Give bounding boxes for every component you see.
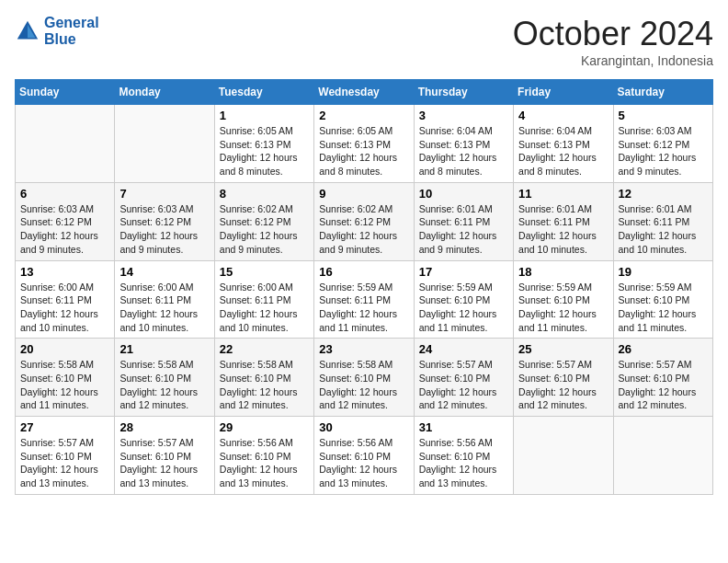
day-number: 24 (419, 342, 508, 356)
calendar-cell: 25Sunrise: 5:57 AM Sunset: 6:10 PM Dayli… (514, 339, 613, 417)
header-day-tuesday: Tuesday (214, 80, 313, 105)
day-info: Sunrise: 5:59 AM Sunset: 6:10 PM Dayligh… (619, 281, 708, 335)
calendar-cell (16, 105, 115, 183)
day-info: Sunrise: 6:03 AM Sunset: 6:12 PM Dayligh… (20, 202, 109, 257)
calendar-cell: 13Sunrise: 6:00 AM Sunset: 6:11 PM Dayli… (16, 260, 115, 339)
day-number: 14 (119, 265, 209, 279)
day-number: 30 (319, 420, 408, 434)
day-info: Sunrise: 5:57 AM Sunset: 6:10 PM Dayligh… (518, 358, 608, 412)
day-number: 10 (419, 187, 508, 201)
day-info: Sunrise: 6:01 AM Sunset: 6:11 PM Dayligh… (419, 202, 508, 257)
calendar-cell: 24Sunrise: 5:57 AM Sunset: 6:10 PM Dayli… (414, 339, 513, 417)
day-number: 20 (20, 342, 109, 356)
day-number: 17 (419, 265, 508, 279)
calendar-cell: 17Sunrise: 5:59 AM Sunset: 6:10 PM Dayli… (414, 260, 513, 339)
day-info: Sunrise: 5:56 AM Sunset: 6:10 PM Dayligh… (419, 436, 508, 490)
day-info: Sunrise: 5:59 AM Sunset: 6:10 PM Dayligh… (419, 281, 508, 335)
day-info: Sunrise: 5:57 AM Sunset: 6:10 PM Dayligh… (20, 436, 109, 490)
day-info: Sunrise: 6:04 AM Sunset: 6:13 PM Dayligh… (518, 124, 608, 178)
calendar-week-4: 20Sunrise: 5:58 AM Sunset: 6:10 PM Dayli… (16, 339, 713, 417)
calendar-cell: 20Sunrise: 5:58 AM Sunset: 6:10 PM Dayli… (16, 339, 115, 417)
logo-blue: Blue (44, 31, 99, 48)
day-number: 2 (319, 109, 408, 122)
day-number: 27 (20, 420, 109, 434)
day-number: 19 (619, 265, 708, 279)
calendar-cell: 19Sunrise: 5:59 AM Sunset: 6:10 PM Dayli… (613, 260, 712, 339)
day-number: 9 (319, 187, 408, 201)
day-info: Sunrise: 6:03 AM Sunset: 6:12 PM Dayligh… (619, 124, 708, 178)
calendar-cell: 9Sunrise: 6:02 AM Sunset: 6:12 PM Daylig… (314, 182, 414, 260)
day-number: 31 (419, 420, 508, 434)
day-info: Sunrise: 5:57 AM Sunset: 6:10 PM Dayligh… (119, 436, 209, 490)
day-number: 7 (119, 187, 209, 201)
calendar-cell (115, 105, 214, 183)
day-number: 29 (220, 420, 309, 434)
day-info: Sunrise: 5:56 AM Sunset: 6:10 PM Dayligh… (319, 436, 408, 490)
month-title: October 2024 (513, 15, 713, 53)
day-number: 8 (220, 187, 309, 201)
calendar-week-1: 1Sunrise: 6:05 AM Sunset: 6:13 PM Daylig… (16, 105, 713, 183)
location-subtitle: Karangintan, Indonesia (513, 53, 713, 68)
day-number: 3 (419, 109, 508, 122)
calendar-cell: 2Sunrise: 6:05 AM Sunset: 6:13 PM Daylig… (314, 105, 414, 183)
calendar-cell: 4Sunrise: 6:04 AM Sunset: 6:13 PM Daylig… (514, 105, 613, 183)
day-info: Sunrise: 5:58 AM Sunset: 6:10 PM Dayligh… (220, 358, 309, 412)
day-info: Sunrise: 6:02 AM Sunset: 6:12 PM Dayligh… (220, 202, 309, 257)
day-info: Sunrise: 5:59 AM Sunset: 6:11 PM Dayligh… (319, 281, 408, 335)
calendar-cell: 5Sunrise: 6:03 AM Sunset: 6:12 PM Daylig… (613, 105, 712, 183)
calendar-table: SundayMondayTuesdayWednesdayThursdayFrid… (15, 79, 713, 495)
calendar-cell: 18Sunrise: 5:59 AM Sunset: 6:10 PM Dayli… (514, 260, 613, 339)
day-info: Sunrise: 6:00 AM Sunset: 6:11 PM Dayligh… (220, 281, 309, 335)
day-number: 26 (619, 342, 708, 356)
calendar-cell (514, 417, 613, 495)
day-info: Sunrise: 5:57 AM Sunset: 6:10 PM Dayligh… (419, 358, 508, 412)
calendar-cell: 12Sunrise: 6:01 AM Sunset: 6:11 PM Dayli… (613, 182, 712, 260)
day-info: Sunrise: 6:05 AM Sunset: 6:13 PM Dayligh… (319, 124, 408, 178)
header-day-friday: Friday (514, 80, 613, 105)
day-number: 13 (20, 265, 109, 279)
day-number: 12 (619, 187, 708, 201)
calendar-cell: 29Sunrise: 5:56 AM Sunset: 6:10 PM Dayli… (214, 417, 313, 495)
day-info: Sunrise: 6:05 AM Sunset: 6:13 PM Dayligh… (220, 124, 309, 178)
calendar-week-3: 13Sunrise: 6:00 AM Sunset: 6:11 PM Dayli… (16, 260, 713, 339)
logo-text: General Blue (44, 15, 99, 47)
day-number: 15 (220, 265, 309, 279)
day-info: Sunrise: 6:01 AM Sunset: 6:11 PM Dayligh… (518, 202, 608, 257)
calendar-cell: 31Sunrise: 5:56 AM Sunset: 6:10 PM Dayli… (414, 417, 513, 495)
calendar-week-5: 27Sunrise: 5:57 AM Sunset: 6:10 PM Dayli… (16, 417, 713, 495)
logo-icon (15, 18, 40, 44)
day-info: Sunrise: 5:57 AM Sunset: 6:10 PM Dayligh… (619, 358, 708, 412)
header-day-sunday: Sunday (16, 80, 115, 105)
page-header: General Blue October 2024 Karangintan, I… (15, 15, 713, 68)
day-info: Sunrise: 6:02 AM Sunset: 6:12 PM Dayligh… (319, 202, 408, 257)
day-number: 6 (20, 187, 109, 201)
header-day-thursday: Thursday (414, 80, 513, 105)
calendar-cell: 1Sunrise: 6:05 AM Sunset: 6:13 PM Daylig… (214, 105, 313, 183)
days-header-row: SundayMondayTuesdayWednesdayThursdayFrid… (16, 80, 713, 105)
calendar-cell: 7Sunrise: 6:03 AM Sunset: 6:12 PM Daylig… (115, 182, 214, 260)
calendar-cell: 30Sunrise: 5:56 AM Sunset: 6:10 PM Dayli… (314, 417, 414, 495)
calendar-cell: 11Sunrise: 6:01 AM Sunset: 6:11 PM Dayli… (514, 182, 613, 260)
day-info: Sunrise: 6:00 AM Sunset: 6:11 PM Dayligh… (20, 281, 109, 335)
day-info: Sunrise: 6:04 AM Sunset: 6:13 PM Dayligh… (419, 124, 508, 178)
calendar-cell: 14Sunrise: 6:00 AM Sunset: 6:11 PM Dayli… (115, 260, 214, 339)
day-number: 21 (119, 342, 209, 356)
header-day-monday: Monday (115, 80, 214, 105)
day-number: 1 (220, 109, 309, 122)
logo: General Blue (15, 15, 99, 47)
calendar-cell: 21Sunrise: 5:58 AM Sunset: 6:10 PM Dayli… (115, 339, 214, 417)
calendar-cell: 28Sunrise: 5:57 AM Sunset: 6:10 PM Dayli… (115, 417, 214, 495)
calendar-cell: 27Sunrise: 5:57 AM Sunset: 6:10 PM Dayli… (16, 417, 115, 495)
day-info: Sunrise: 5:59 AM Sunset: 6:10 PM Dayligh… (518, 281, 608, 335)
day-number: 23 (319, 342, 408, 356)
logo-general: General (44, 15, 99, 31)
calendar-cell (613, 417, 712, 495)
day-number: 18 (518, 265, 608, 279)
calendar-cell: 15Sunrise: 6:00 AM Sunset: 6:11 PM Dayli… (214, 260, 313, 339)
day-number: 5 (619, 109, 708, 122)
calendar-cell: 3Sunrise: 6:04 AM Sunset: 6:13 PM Daylig… (414, 105, 513, 183)
title-block: October 2024 Karangintan, Indonesia (513, 15, 713, 68)
calendar-cell: 10Sunrise: 6:01 AM Sunset: 6:11 PM Dayli… (414, 182, 513, 260)
day-info: Sunrise: 5:58 AM Sunset: 6:10 PM Dayligh… (319, 358, 408, 412)
calendar-week-2: 6Sunrise: 6:03 AM Sunset: 6:12 PM Daylig… (16, 182, 713, 260)
